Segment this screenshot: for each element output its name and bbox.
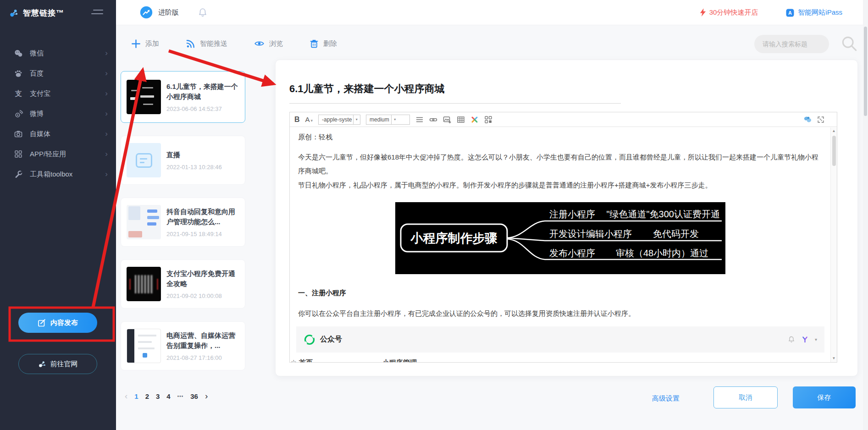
sidebar-item-label: 微信 (30, 49, 44, 58)
font-family-select[interactable]: -apple-syste ▾ (318, 115, 360, 125)
align-button[interactable] (415, 116, 424, 124)
search-icon[interactable] (841, 35, 858, 52)
sidebar-collapse-icon[interactable] (91, 10, 103, 17)
delete-button[interactable]: 删除 (310, 39, 337, 49)
goto-website-button[interactable]: 前往官网 (18, 354, 97, 374)
page-scrollbar-thumb[interactable] (864, 27, 867, 116)
list-item-selected[interactable]: 6.1儿童节，来搭建一个小程序商城 2023-06-06 14:52:37 (121, 71, 245, 123)
brand-name: 智慧链接™ (23, 8, 64, 18)
list-item[interactable]: 直播 2022-01-13 10:28:46 (121, 136, 245, 185)
sidebar-item-toolbox[interactable]: 工具箱toolbox › (0, 164, 116, 184)
pagination-page-36[interactable]: 36 (190, 392, 198, 400)
scroll-down-icon[interactable]: ▼ (831, 355, 837, 362)
preview-button[interactable]: 浏览 (254, 39, 283, 49)
article-title-heading[interactable]: 6.1儿童节，来搭建一个小程序商城 (289, 82, 445, 96)
sidebar-item-label: 工具箱toolbox (30, 170, 72, 179)
cancel-button[interactable]: 取消 (713, 386, 778, 408)
mp-nav-miniprogram: 小程序管理 (382, 358, 417, 362)
preview-label: 浏览 (269, 39, 283, 48)
insert-image-button[interactable] (443, 116, 451, 124)
scroll-up-icon[interactable]: ▲ (831, 128, 837, 134)
quick-shop-link[interactable]: 30分钟快速开店 (700, 8, 758, 17)
save-button[interactable]: 保存 (793, 386, 856, 408)
pagination-page-4[interactable]: 4 (166, 392, 170, 400)
article-paragraph: 节日礼物小程序，礼品小程序，属于电商型的小程序。制作开发小程序的步骤就是普普通通… (298, 181, 821, 190)
chevron-right-icon: › (105, 170, 108, 179)
caret-down-icon: ▾ (311, 118, 313, 123)
mindmap-image[interactable]: 小程序制作步骤 注册小程序 "绿色通道"免300认证费开通 开发设计编辑小程序 … (395, 202, 725, 274)
page-scrollbar[interactable] (863, 0, 868, 430)
ipass-link[interactable]: A 智能网站iPass (785, 8, 842, 17)
chevron-right-icon: › (105, 89, 108, 98)
article-byline: 原创：轻栈 (298, 133, 332, 142)
notification-bell-icon[interactable] (198, 7, 208, 18)
chevron-right-icon: › (105, 69, 108, 78)
sidebar-item-media[interactable]: 自媒体 › (0, 124, 116, 144)
advanced-settings-link[interactable]: 高级设置 (652, 394, 680, 403)
app-window: 智慧链接™ 微信 › 百度 › 支 (0, 0, 868, 430)
editor-scrollbar[interactable]: ▲ ▼ (830, 127, 837, 362)
editor-panel: 6.1儿童节，来搭建一个小程序商城 B A▾ -apple-syste ▾ me… (275, 60, 858, 376)
rich-text-editor: B A▾ -apple-syste ▾ medium ▾ (289, 112, 837, 363)
section-heading: 一、注册小程序 (298, 289, 346, 298)
insert-table-button[interactable] (457, 116, 465, 124)
article-timestamp: 2023-06-06 14:52:37 (166, 105, 239, 112)
pagination-page-3[interactable]: 3 (156, 392, 160, 400)
sidebar-item-baidu[interactable]: 百度 › (0, 63, 116, 83)
sidebar-item-label: 自媒体 (30, 130, 50, 138)
pagination-page-1[interactable]: 1 (134, 392, 138, 400)
mindmap-branch-label: 开发设计编辑小程序 (549, 229, 632, 239)
smart-push-button[interactable]: 智能推送 (186, 39, 227, 49)
star-icon: ☆ (291, 358, 297, 362)
scrollbar-thumb[interactable] (832, 136, 836, 166)
font-size-select[interactable]: medium ▾ (366, 115, 410, 125)
mindmap-branch-label: 注册小程序 (549, 209, 595, 219)
sidebar-item-label: 微博 (30, 110, 44, 118)
butterfly-theme-button[interactable] (803, 115, 812, 124)
edit-square-icon (38, 319, 46, 327)
smart-push-label: 智能推送 (200, 39, 227, 48)
sidebar-item-wechat[interactable]: 微信 › (0, 43, 116, 63)
content-publish-button[interactable]: 内容发布 (18, 313, 97, 333)
mp-account-bar: 公众号 ▾ (296, 326, 824, 353)
sidebar-item-label: APP/轻应用 (30, 150, 66, 159)
sidebar-item-weibo[interactable]: 微博 › (0, 104, 116, 124)
pagination-next-icon[interactable]: › (205, 391, 208, 401)
mindmap-branch-note: 免代码开发 (653, 229, 699, 239)
pagination-prev-icon[interactable]: ‹ (125, 391, 127, 401)
quick-shop-label: 30分钟快速开店 (709, 8, 758, 17)
actions-toolbar: 添加 智能推送 浏览 删除 (131, 34, 364, 53)
mp-bar-right: ▾ (788, 336, 817, 343)
mindmap-branch-note: 审核（48小时内）通过 (616, 248, 708, 258)
plugin-x-button[interactable] (470, 116, 479, 124)
wrench-icon (14, 170, 23, 179)
title-underline (289, 103, 621, 104)
bold-button[interactable]: B (294, 116, 300, 124)
list-item[interactable]: 抖音自动回复和意向用户管理功能怎么... 2021-09-15 18:49:14 (121, 198, 245, 247)
pagination-page-2[interactable]: 2 (145, 392, 149, 400)
caret-down-icon: ▾ (353, 115, 360, 124)
mp-account-label: 公众号 (320, 335, 342, 344)
editor-toolbar-right (803, 115, 832, 124)
upgrade-trend-icon[interactable] (140, 6, 153, 19)
add-button[interactable]: 添加 (131, 39, 159, 49)
list-item[interactable]: 电商运营、自媒体运营告别重复操作，... 2021-08-27 17:16:00 (121, 321, 245, 370)
version-label: 进阶版 (158, 8, 179, 17)
list-item[interactable]: 支付宝小程序免费开通全攻略 2021-09-02 10:00:08 (121, 259, 245, 309)
mp-partial-nav: ☆ 首页 小程序管理 (290, 358, 830, 362)
fullscreen-button[interactable] (817, 116, 825, 124)
font-color-button[interactable]: A▾ (305, 116, 313, 123)
trash-icon (310, 39, 319, 49)
pagination-ellipsis[interactable]: ••• (177, 394, 184, 399)
pagination: ‹ 1 2 3 4 ••• 36 › (125, 391, 208, 401)
chevron-right-icon: › (105, 109, 108, 118)
article-thumbnail (127, 267, 161, 301)
search-input[interactable] (754, 35, 829, 53)
bell-icon (788, 336, 795, 343)
link-button[interactable] (429, 116, 437, 124)
sidebar-item-app[interactable]: APP/轻应用 › (0, 144, 116, 164)
sidebar-item-alipay[interactable]: 支 支付宝 › (0, 83, 116, 104)
blocks-button[interactable] (484, 116, 492, 124)
editor-body[interactable]: 原创：轻栈 今天是六一儿童节，但好像被618年中大促冲掉了热度。这怎么可以？小朋… (290, 127, 830, 362)
article-title: 6.1儿童节，来搭建一个小程序商城 (166, 82, 239, 102)
